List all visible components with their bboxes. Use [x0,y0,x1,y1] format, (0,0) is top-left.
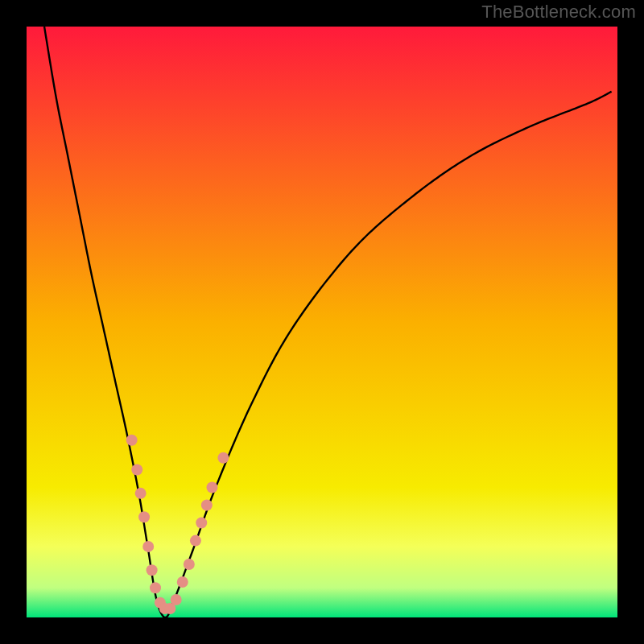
highlight-dot [150,582,161,593]
highlight-dot [217,452,229,464]
highlight-dot [171,594,182,605]
highlight-dot [131,464,142,476]
highlight-dot [138,511,150,522]
highlight-dot [135,488,147,499]
chart-container: TheBottleneck.com [0,0,644,644]
highlight-dot [206,482,217,493]
bottleneck-chart [0,0,644,644]
highlight-dot [201,500,213,511]
highlight-dot [142,541,154,552]
watermark-text: TheBottleneck.com [481,2,636,23]
highlight-dot [196,518,207,529]
plot-area [27,27,617,617]
highlight-dot [126,435,138,446]
highlight-dot [147,564,158,576]
highlight-dot [184,559,195,570]
gradient-background [27,27,617,617]
highlight-dot [177,576,188,588]
highlight-dot [190,535,201,547]
